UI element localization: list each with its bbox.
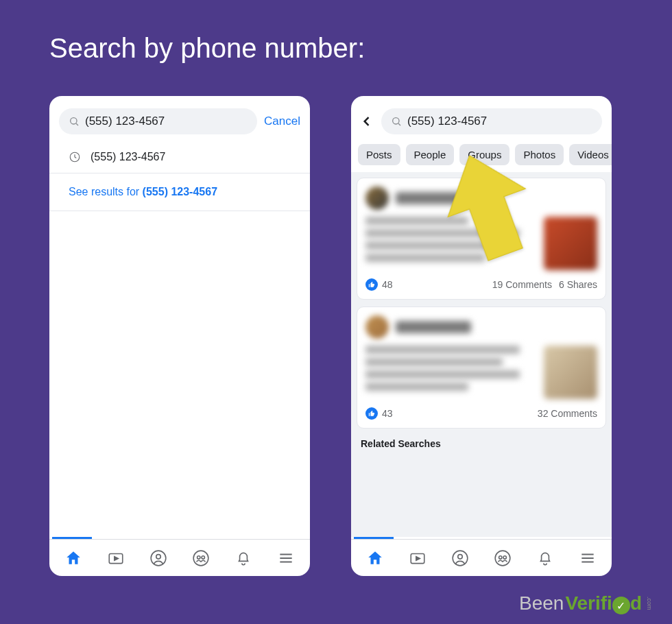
hamburger-icon: [277, 549, 295, 567]
post-card[interactable]: 43 32 Comments: [357, 307, 606, 429]
page-heading: Search by phone number:: [49, 33, 365, 64]
bottom-navbar: [49, 539, 310, 576]
bottom-navbar: [351, 539, 612, 576]
svg-point-19: [495, 551, 510, 566]
nav-groups[interactable]: [191, 549, 211, 568]
search-input[interactable]: (555) 123-4567: [59, 108, 257, 134]
search-input-value: (555) 123-4567: [407, 115, 487, 128]
svg-marker-16: [416, 556, 420, 560]
search-input-value: (555) 123-4567: [85, 115, 165, 128]
nav-home[interactable]: [365, 549, 385, 568]
chip-photos[interactable]: Photos: [515, 144, 564, 165]
svg-point-5: [151, 551, 166, 566]
results-topbar: (555) 123-4567: [351, 96, 612, 141]
nav-home[interactable]: [64, 549, 83, 568]
svg-point-13: [393, 118, 399, 124]
svg-line-1: [76, 123, 78, 125]
avatar: [365, 315, 389, 339]
svg-point-7: [193, 551, 208, 566]
post-footer: 43 32 Comments: [365, 407, 597, 420]
post-thumbnail: [544, 217, 597, 270]
watermark-logo: BeenVerifi✓d .com: [519, 592, 653, 615]
like-count: 43: [382, 408, 393, 419]
bell-icon: [536, 549, 554, 567]
related-searches-label: Related Searches: [357, 435, 606, 449]
history-icon: [69, 151, 81, 163]
watermark-verified-post: d: [630, 592, 642, 614]
avatar: [365, 187, 389, 210]
search-icon: [391, 116, 402, 127]
nav-watch[interactable]: [106, 549, 125, 568]
post-card[interactable]: 48 19 Comments 6 Shares: [357, 178, 606, 300]
see-results-link[interactable]: See results for (555) 123-4567: [49, 173, 310, 211]
watch-icon: [107, 549, 125, 567]
chip-groups[interactable]: Groups: [459, 144, 509, 165]
svg-point-17: [453, 551, 468, 566]
nav-menu[interactable]: [578, 549, 597, 568]
bell-icon: [235, 549, 252, 567]
cancel-button[interactable]: Cancel: [264, 115, 300, 128]
profile-icon: [149, 549, 167, 567]
blurred-author-name: [396, 321, 471, 333]
post-footer: 48 19 Comments 6 Shares: [365, 278, 597, 291]
blurred-author-name: [396, 192, 471, 204]
groups-icon: [494, 549, 512, 567]
nav-groups[interactable]: [493, 549, 512, 568]
search-topbar: (555) 123-4567 Cancel: [49, 96, 310, 141]
nav-watch[interactable]: [408, 549, 427, 568]
chip-videos[interactable]: Videos: [569, 144, 612, 165]
phones-row: (555) 123-4567 Cancel (555) 123-4567 See…: [49, 96, 612, 576]
search-input[interactable]: (555) 123-4567: [381, 108, 602, 134]
svg-point-20: [499, 555, 502, 558]
profile-icon: [451, 549, 469, 567]
post-thumbnail: [544, 346, 597, 399]
svg-point-0: [71, 118, 77, 124]
search-icon: [69, 116, 80, 127]
like-icon: [365, 407, 378, 420]
share-count: 6 Shares: [559, 279, 597, 290]
phone-right: (555) 123-4567 Posts People Groups Photo…: [351, 96, 612, 576]
chevron-left-icon: [360, 115, 374, 128]
check-icon: ✓: [612, 597, 630, 614]
nav-notifications[interactable]: [536, 549, 555, 568]
watermark-com: .com: [646, 597, 653, 610]
blurred-post-text: [365, 346, 537, 391]
filter-chip-row: Posts People Groups Photos Videos Pa: [351, 141, 612, 172]
svg-marker-4: [115, 556, 118, 560]
hamburger-icon: [579, 549, 597, 567]
see-results-prefix: See results for: [69, 186, 143, 197]
nav-notifications[interactable]: [234, 549, 253, 568]
comment-count: 19 Comments: [492, 279, 552, 290]
nav-profile[interactable]: [451, 549, 470, 568]
watermark-verified-pre: Verifi: [565, 592, 612, 614]
phone-left: (555) 123-4567 Cancel (555) 123-4567 See…: [49, 96, 310, 576]
blurred-post-text: [365, 217, 537, 262]
back-button[interactable]: [358, 115, 376, 128]
watch-icon: [409, 549, 427, 567]
svg-point-8: [197, 555, 200, 558]
nav-menu[interactable]: [276, 549, 296, 568]
watermark-been: Been: [519, 592, 564, 614]
see-results-query: (555) 123-4567: [143, 186, 217, 197]
groups-icon: [192, 549, 210, 567]
results-body: 48 19 Comments 6 Shares: [351, 172, 612, 537]
svg-point-6: [156, 554, 161, 559]
chip-people[interactable]: People: [406, 144, 455, 165]
search-history-item[interactable]: (555) 123-4567: [49, 141, 310, 173]
chip-posts[interactable]: Posts: [358, 144, 400, 165]
home-icon: [64, 549, 82, 567]
nav-profile[interactable]: [149, 549, 168, 568]
like-count: 48: [382, 279, 393, 290]
comment-count: 32 Comments: [538, 408, 597, 419]
svg-point-9: [202, 555, 204, 558]
history-item-text: (555) 123-4567: [91, 151, 165, 163]
svg-point-18: [458, 554, 463, 559]
empty-body: [49, 211, 310, 537]
svg-point-21: [503, 555, 506, 558]
like-icon: [365, 278, 378, 291]
home-icon: [366, 549, 384, 567]
svg-line-14: [398, 123, 400, 125]
